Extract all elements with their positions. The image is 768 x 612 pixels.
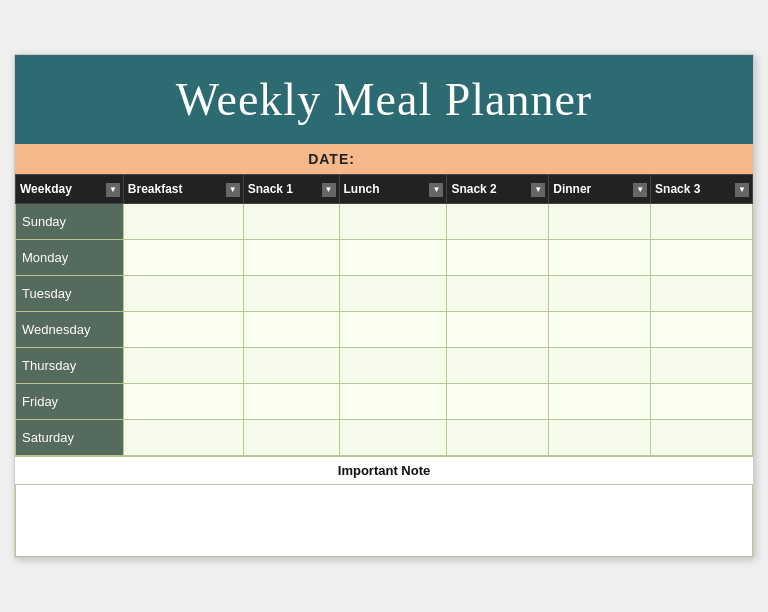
breakfast-cell[interactable] [123, 312, 243, 348]
weekday-cell-saturday: Saturday [16, 420, 124, 456]
snack3-dropdown-arrow[interactable]: ▼ [735, 183, 749, 197]
planner-container: Weekly Meal Planner DATE: Weekday ▼ Brea… [14, 54, 754, 558]
snack3-cell[interactable] [651, 240, 753, 276]
dinner-cell[interactable] [549, 384, 651, 420]
table-row: Monday [16, 240, 753, 276]
table-row: Thursday [16, 348, 753, 384]
breakfast-cell[interactable] [123, 348, 243, 384]
snack2-cell[interactable] [447, 420, 549, 456]
meal-table: Weekday ▼ Breakfast ▼ Snack 1 ▼ Lunch ▼ [15, 174, 753, 456]
snack3-cell[interactable] [651, 384, 753, 420]
weekday-cell-sunday: Sunday [16, 204, 124, 240]
snack2-cell[interactable] [447, 348, 549, 384]
lunch-cell[interactable] [339, 348, 447, 384]
snack1-cell[interactable] [243, 348, 339, 384]
table-header-row: Weekday ▼ Breakfast ▼ Snack 1 ▼ Lunch ▼ [16, 175, 753, 204]
col-header-dinner[interactable]: Dinner ▼ [549, 175, 651, 204]
snack1-cell[interactable] [243, 312, 339, 348]
col-header-breakfast[interactable]: Breakfast ▼ [123, 175, 243, 204]
breakfast-cell[interactable] [123, 384, 243, 420]
snack1-cell[interactable] [243, 204, 339, 240]
date-label: DATE: [308, 151, 355, 167]
lunch-cell[interactable] [339, 420, 447, 456]
snack2-cell[interactable] [447, 384, 549, 420]
date-bar: DATE: [15, 144, 753, 174]
snack1-cell[interactable] [243, 384, 339, 420]
weekday-cell-friday: Friday [16, 384, 124, 420]
lunch-cell[interactable] [339, 204, 447, 240]
weekday-cell-tuesday: Tuesday [16, 276, 124, 312]
lunch-cell[interactable] [339, 384, 447, 420]
lunch-cell[interactable] [339, 276, 447, 312]
important-note-label: Important Note [15, 456, 753, 485]
weekday-cell-monday: Monday [16, 240, 124, 276]
dinner-dropdown-arrow[interactable]: ▼ [633, 183, 647, 197]
table-row: Sunday [16, 204, 753, 240]
dinner-cell[interactable] [549, 312, 651, 348]
lunch-cell[interactable] [339, 240, 447, 276]
snack3-cell[interactable] [651, 420, 753, 456]
col-header-lunch[interactable]: Lunch ▼ [339, 175, 447, 204]
snack1-dropdown-arrow[interactable]: ▼ [322, 183, 336, 197]
breakfast-dropdown-arrow[interactable]: ▼ [226, 183, 240, 197]
table-wrapper: Weekday ▼ Breakfast ▼ Snack 1 ▼ Lunch ▼ [15, 174, 753, 456]
breakfast-cell[interactable] [123, 420, 243, 456]
weekday-cell-thursday: Thursday [16, 348, 124, 384]
snack3-cell[interactable] [651, 204, 753, 240]
snack3-cell[interactable] [651, 348, 753, 384]
snack1-cell[interactable] [243, 240, 339, 276]
snack2-cell[interactable] [447, 240, 549, 276]
note-area[interactable] [15, 485, 753, 557]
lunch-cell[interactable] [339, 312, 447, 348]
weekday-dropdown-arrow[interactable]: ▼ [106, 183, 120, 197]
table-row: Wednesday [16, 312, 753, 348]
snack2-cell[interactable] [447, 312, 549, 348]
snack1-cell[interactable] [243, 420, 339, 456]
header-title: Weekly Meal Planner [25, 73, 743, 126]
col-header-snack3[interactable]: Snack 3 ▼ [651, 175, 753, 204]
header: Weekly Meal Planner [15, 55, 753, 144]
table-row: Tuesday [16, 276, 753, 312]
snack2-cell[interactable] [447, 276, 549, 312]
breakfast-cell[interactable] [123, 240, 243, 276]
snack1-cell[interactable] [243, 276, 339, 312]
col-header-weekday[interactable]: Weekday ▼ [16, 175, 124, 204]
dinner-cell[interactable] [549, 348, 651, 384]
snack2-dropdown-arrow[interactable]: ▼ [531, 183, 545, 197]
dinner-cell[interactable] [549, 276, 651, 312]
breakfast-cell[interactable] [123, 204, 243, 240]
col-header-snack1[interactable]: Snack 1 ▼ [243, 175, 339, 204]
table-row: Friday [16, 384, 753, 420]
snack3-cell[interactable] [651, 276, 753, 312]
lunch-dropdown-arrow[interactable]: ▼ [429, 183, 443, 197]
weekday-cell-wednesday: Wednesday [16, 312, 124, 348]
snack2-cell[interactable] [447, 204, 549, 240]
table-row: Saturday [16, 420, 753, 456]
breakfast-cell[interactable] [123, 276, 243, 312]
dinner-cell[interactable] [549, 240, 651, 276]
col-header-snack2[interactable]: Snack 2 ▼ [447, 175, 549, 204]
dinner-cell[interactable] [549, 204, 651, 240]
snack3-cell[interactable] [651, 312, 753, 348]
dinner-cell[interactable] [549, 420, 651, 456]
